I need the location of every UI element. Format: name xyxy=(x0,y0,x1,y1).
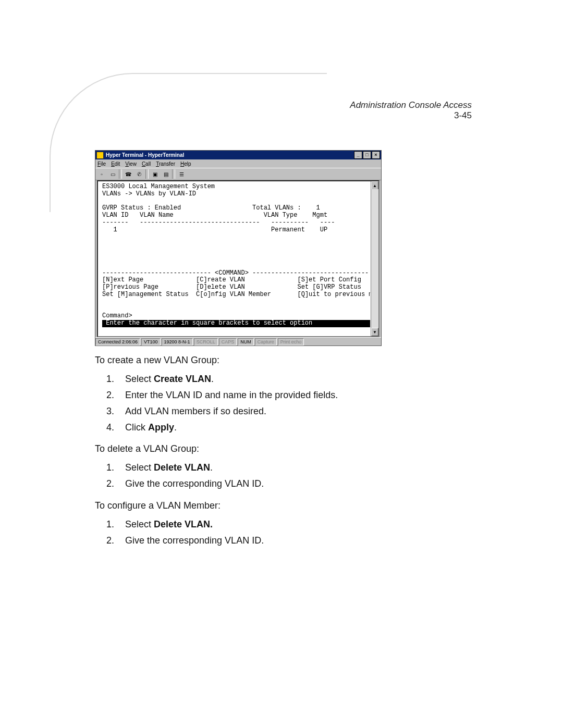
steps-config: Select Delete VLAN. Give the correspondi… xyxy=(95,517,470,548)
section-title: Administration Console Access xyxy=(350,100,472,110)
menu-view[interactable]: View xyxy=(125,161,137,167)
receive-icon[interactable]: ▤ xyxy=(161,169,171,179)
app-icon xyxy=(96,152,104,159)
list-item: Add VLAN members if so desired. xyxy=(122,404,470,419)
menu-call[interactable]: Call xyxy=(142,161,151,167)
vertical-scrollbar[interactable]: ▲ ▼ xyxy=(371,181,378,336)
steps-create: Select Create VLAN. Enter the VLAN ID an… xyxy=(95,372,470,435)
status-caps: CAPS xyxy=(219,338,237,346)
statusbar: Connected 2:06:06 VT100 19200 8-N-1 SCRO… xyxy=(95,337,381,346)
list-item: Give the corresponding VLAN ID. xyxy=(122,477,470,491)
properties-icon[interactable]: ☰ xyxy=(176,169,187,179)
term-line: Set [M]anagement Status xyxy=(102,291,189,298)
window-title: Hyper Terminal - HyperTerminal xyxy=(106,152,354,158)
term-line: [D]elete VLAN xyxy=(196,283,245,291)
term-line: C[o]nfig VLAN Member xyxy=(196,291,271,298)
term-hint: Enter the character in square brackets t… xyxy=(102,320,370,327)
hyperterminal-window: Hyper Terminal - HyperTerminal _ □ × Fil… xyxy=(95,150,382,346)
term-line: [P]revious Page xyxy=(102,283,158,291)
term-line: GVRP Status : Enabled xyxy=(102,204,181,212)
para-config: To configure a VLAN Member: xyxy=(95,499,470,513)
list-item: Select Create VLAN. xyxy=(122,372,470,387)
term-line: [C]reate VLAN xyxy=(196,276,245,283)
disconnect-icon[interactable]: ✆ xyxy=(134,169,144,179)
term-line: ES3000 Local Management System xyxy=(102,183,215,190)
menu-file[interactable]: File xyxy=(97,161,106,167)
steps-delete: Select Delete VLAN. Give the correspondi… xyxy=(95,461,470,491)
terminal-output: ES3000 Local Management System VLANs -> … xyxy=(99,182,370,335)
term-line: 1 xyxy=(102,226,117,233)
term-line: [S]et Port Config xyxy=(298,276,361,283)
terminal-frame: ES3000 Local Management System VLANs -> … xyxy=(97,180,380,337)
term-line: Command> xyxy=(102,312,132,319)
maximize-button[interactable]: □ xyxy=(363,151,371,159)
term-line: Total VLANs : 1 xyxy=(252,204,320,212)
list-item: Give the corresponding VLAN ID. xyxy=(122,534,470,548)
titlebar: Hyper Terminal - HyperTerminal _ □ × xyxy=(95,151,381,159)
send-icon[interactable]: ▣ xyxy=(150,169,160,179)
status-baud: 19200 8-N-1 xyxy=(162,338,193,346)
menu-edit[interactable]: Edit xyxy=(111,161,120,167)
scroll-up-icon[interactable]: ▲ xyxy=(371,181,378,190)
body-content: To create a new VLAN Group: Select Creat… xyxy=(95,353,470,556)
menubar: File Edit View Call Transfer Help xyxy=(95,159,381,168)
status-num: NUM xyxy=(238,338,254,346)
minimize-button[interactable]: _ xyxy=(354,151,362,159)
term-line: ----------------------------- <COMMAND> … xyxy=(102,269,369,277)
toolbar-separator xyxy=(119,169,122,179)
term-line: VLANs -> VLANs by VLAN-ID xyxy=(102,190,196,198)
page-header: Administration Console Access 3-45 xyxy=(341,100,472,121)
new-icon[interactable]: ▫ xyxy=(96,169,107,179)
status-scroll: SCROLL xyxy=(194,338,218,346)
term-line: Permanent UP xyxy=(271,226,327,233)
term-line: [Q]uit to previous menu xyxy=(298,291,371,298)
term-line: VLAN ID VLAN Name xyxy=(102,212,174,219)
list-item: Enter the VLAN ID and name in the provid… xyxy=(122,388,470,403)
page-number: 3-45 xyxy=(454,110,472,120)
connect-icon[interactable]: ☎ xyxy=(123,169,133,179)
scroll-down-icon[interactable]: ▼ xyxy=(371,328,378,336)
toolbar: ▫ ▭ ☎ ✆ ▣ ▤ ☰ xyxy=(95,168,381,180)
term-line: ------- -------------------------------- xyxy=(102,219,260,226)
menu-help[interactable]: Help xyxy=(180,161,191,167)
status-emulation: VT100 xyxy=(141,338,161,346)
open-icon[interactable]: ▭ xyxy=(107,169,118,179)
list-item: Click Apply. xyxy=(122,421,470,435)
toolbar-separator xyxy=(145,169,149,179)
term-line: [N]ext Page xyxy=(102,276,143,283)
toolbar-separator xyxy=(172,169,175,179)
list-item: Select Delete VLAN. xyxy=(122,461,470,475)
para-delete: To delete a VLAN Group: xyxy=(95,442,470,456)
status-capture: Capture xyxy=(255,338,277,346)
menu-transfer[interactable]: Transfer xyxy=(156,161,175,167)
term-line: Set [G]VRP Status xyxy=(298,283,361,291)
term-line: ---------- ---- xyxy=(271,219,335,226)
status-echo: Print echo xyxy=(278,338,304,346)
status-connected: Connected 2:06:06 xyxy=(95,338,140,346)
para-create: To create a new VLAN Group: xyxy=(95,353,470,368)
list-item: Select Delete VLAN. xyxy=(122,517,470,532)
scroll-track[interactable] xyxy=(371,189,378,328)
close-button[interactable]: × xyxy=(372,151,380,159)
term-line: VLAN Type Mgmt xyxy=(264,212,327,219)
